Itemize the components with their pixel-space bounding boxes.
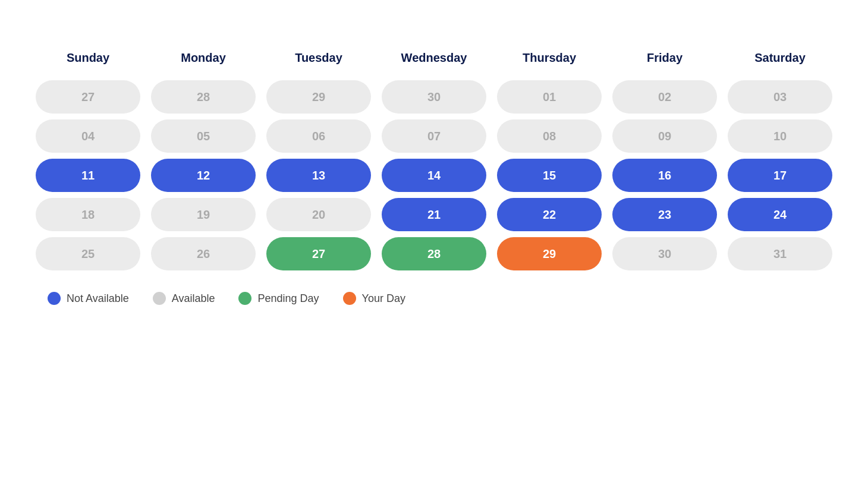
calendar-cell-w2d1[interactable]: 12 [151,159,256,192]
calendar-cell-w4d0[interactable]: 25 [36,237,140,270]
calendar-cell-w3d4[interactable]: 22 [497,198,602,231]
calendar-cell-w3d3[interactable]: 21 [382,198,486,231]
legend-label: Pending Day [257,292,319,305]
legend-label: Not Available [67,292,129,305]
calendar-cell-w4d3[interactable]: 28 [382,237,486,270]
day-header-sunday: Sunday [36,45,140,74]
day-header-saturday: Saturday [728,45,832,74]
calendar-container: SundayMondayTuesdayWednesdayThursdayFrid… [36,45,832,305]
calendar-cell-w0d5[interactable]: 02 [612,80,717,114]
calendar-cell-w1d3[interactable]: 07 [382,119,486,153]
legend-dot [238,292,251,305]
calendar-cell-w1d6[interactable]: 10 [728,119,832,153]
calendar-cell-w4d5[interactable]: 30 [612,237,717,270]
calendar-cell-w3d1[interactable]: 19 [151,198,256,231]
legend-item-pending-day: Pending Day [238,292,319,305]
calendar-cell-w2d6[interactable]: 17 [728,159,832,192]
legend-item-your-day: Your Day [343,292,405,305]
calendar-cell-w0d3[interactable]: 30 [382,80,486,114]
legend-label: Your Day [362,292,405,305]
calendar-cell-w0d0[interactable]: 27 [36,80,140,114]
calendar-grid: SundayMondayTuesdayWednesdayThursdayFrid… [36,45,832,270]
calendar-cell-w4d2[interactable]: 27 [266,237,371,270]
day-header-tuesday: Tuesday [266,45,371,74]
day-header-wednesday: Wednesday [382,45,486,74]
calendar-cell-w2d0[interactable]: 11 [36,159,140,192]
legend-item-not-available: Not Available [48,292,129,305]
calendar-cell-w3d2[interactable]: 20 [266,198,371,231]
calendar-cell-w3d0[interactable]: 18 [36,198,140,231]
calendar-cell-w3d6[interactable]: 24 [728,198,832,231]
calendar-cell-w0d1[interactable]: 28 [151,80,256,114]
calendar-cell-w0d2[interactable]: 29 [266,80,371,114]
calendar-cell-w4d4[interactable]: 29 [497,237,602,270]
calendar-cell-w2d2[interactable]: 13 [266,159,371,192]
calendar-cell-w1d5[interactable]: 09 [612,119,717,153]
calendar-cell-w2d4[interactable]: 15 [497,159,602,192]
calendar-cell-w0d6[interactable]: 03 [728,80,832,114]
calendar-cell-w1d1[interactable]: 05 [151,119,256,153]
calendar-cell-w3d5[interactable]: 23 [612,198,717,231]
calendar-cell-w1d0[interactable]: 04 [36,119,140,153]
legend-dot [343,292,356,305]
calendar-cell-w4d1[interactable]: 26 [151,237,256,270]
calendar-cell-w0d4[interactable]: 01 [497,80,602,114]
calendar-cell-w1d4[interactable]: 08 [497,119,602,153]
day-header-friday: Friday [612,45,717,74]
legend-item-available: Available [153,292,215,305]
calendar-cell-w1d2[interactable]: 06 [266,119,371,153]
legend-label: Available [172,292,215,305]
legend: Not AvailableAvailablePending DayYour Da… [36,292,832,305]
legend-dot [153,292,166,305]
calendar-cell-w2d5[interactable]: 16 [612,159,717,192]
day-header-thursday: Thursday [497,45,602,74]
calendar-cell-w2d3[interactable]: 14 [382,159,486,192]
legend-dot [48,292,61,305]
day-header-monday: Monday [151,45,256,74]
calendar-cell-w4d6[interactable]: 31 [728,237,832,270]
